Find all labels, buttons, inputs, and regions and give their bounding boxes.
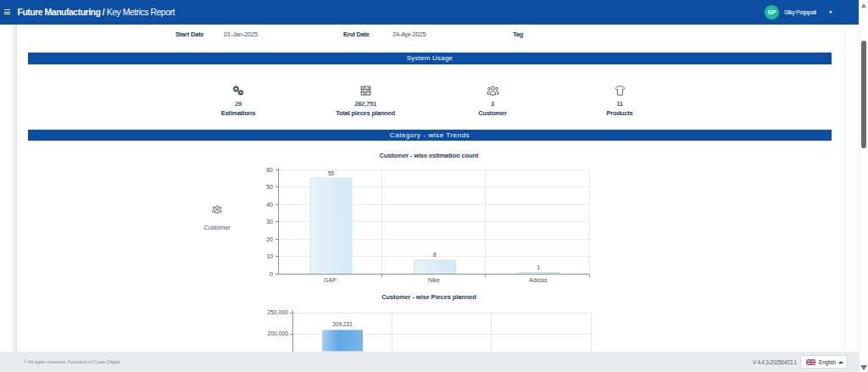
svg-text:10: 10 [266,253,273,259]
svg-text:55: 55 [328,170,335,176]
svg-text:Nike: Nike [428,277,440,283]
svg-text:60: 60 [266,167,273,173]
svg-text:40: 40 [266,202,273,208]
svg-text:GAP: GAP [324,277,337,283]
svg-text:30: 30 [266,219,273,225]
svg-text:209,231: 209,231 [332,321,353,327]
svg-text:250,000: 250,000 [267,309,288,315]
svg-text:200,000: 200,000 [267,330,288,336]
svg-text:0: 0 [270,271,273,277]
svg-text:Adidas: Adidas [529,277,548,283]
svg-text:50: 50 [266,184,273,190]
svg-text:8: 8 [433,252,437,258]
svg-text:20: 20 [266,236,273,242]
svg-text:1: 1 [537,264,540,270]
